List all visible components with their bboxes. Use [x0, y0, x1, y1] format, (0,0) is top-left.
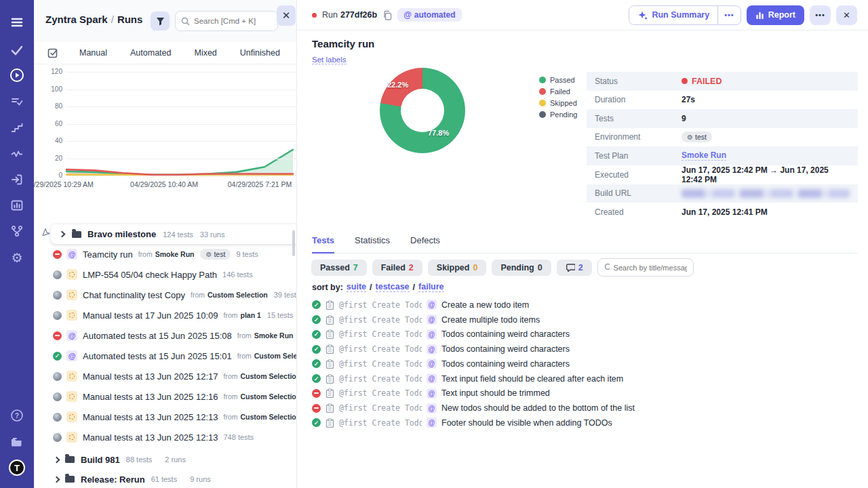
run-name[interactable]: Automated tests at 15 Jun 2025 15:01: [83, 351, 232, 361]
tab-unfinished[interactable]: Unfinished: [229, 48, 292, 58]
run-row[interactable]: @ Automated tests at 15 Jun 2025 15:08 f…: [34, 325, 297, 346]
test-title[interactable]: Footer should be visible when adding TOD…: [441, 418, 612, 428]
tests-search[interactable]: [597, 258, 694, 277]
test-plan-link[interactable]: Smoke Run: [682, 150, 726, 161]
test-title[interactable]: Text input should be trimmed: [441, 388, 550, 398]
tab-automated[interactable]: Automated: [119, 48, 182, 58]
run-row[interactable]: LMP-554 05/04 check Happy Path 146 tests: [34, 264, 297, 285]
tab-mixed[interactable]: Mixed: [182, 48, 228, 58]
sort-failure-link[interactable]: failure: [418, 282, 444, 292]
test-title[interactable]: Todos containing weird characters: [441, 344, 570, 354]
run-row[interactable]: Manual tests at 13 Jun 2025 12:13 fromCu…: [34, 407, 297, 427]
tests-search-input[interactable]: [614, 264, 687, 272]
filter-comments-pill[interactable]: 2: [557, 260, 592, 276]
settings-icon[interactable]: ⚙: [0, 246, 34, 269]
tab-statistics[interactable]: Statistics: [355, 235, 390, 253]
run-name[interactable]: Manual tests at 13 Jun 2025 12:17: [83, 371, 218, 382]
test-title[interactable]: New todos should be added to the bottom …: [441, 403, 635, 413]
test-row[interactable]: @first Create Todos...@Text input should…: [312, 386, 857, 401]
breadcrumb-project[interactable]: Zyntra Spark: [45, 14, 108, 25]
run-summary-button[interactable]: Run Summary: [629, 6, 717, 24]
chevron-right-icon[interactable]: [59, 231, 66, 238]
test-title[interactable]: Create multiple todo items: [441, 315, 540, 325]
reports-icon[interactable]: [0, 194, 34, 217]
run-row[interactable]: Manual tests at 13 Jun 2025 12:16 fromCu…: [34, 386, 297, 407]
run-name[interactable]: Automated tests at 15 Jun 2025 15:08: [83, 331, 232, 341]
panel-close-button[interactable]: ✕: [277, 5, 296, 26]
test-title[interactable]: Text input field should be cleared after…: [441, 374, 623, 384]
run-tests-count: 748 tests: [223, 433, 254, 441]
test-title[interactable]: Todos containing weird characters: [441, 359, 570, 369]
run-name[interactable]: Manual tests at 13 Jun 2025 12:16: [83, 392, 218, 402]
run-row[interactable]: @ Teamcity run fromSmoke Run ⚙test 9 tes…: [34, 244, 297, 264]
select-all-icon[interactable]: [47, 47, 58, 58]
run-row[interactable]: Chat functinality test Copy fromCustom S…: [34, 285, 297, 305]
activity-icon[interactable]: [0, 142, 34, 165]
chevron-right-icon[interactable]: [54, 476, 60, 483]
folder-row[interactable]: Release: Rerun 61 tests 9 runs: [34, 469, 297, 488]
run-group-header[interactable]: Bravo milestone 124 tests 33 runs: [51, 224, 297, 244]
filter-button[interactable]: [151, 12, 170, 30]
filter-pending-pill[interactable]: Pending0: [492, 260, 551, 276]
test-passed-icon: [312, 374, 321, 383]
run-name[interactable]: Chat functinality test Copy: [83, 290, 185, 300]
chevron-right-icon[interactable]: [54, 456, 60, 463]
sort-suite-link[interactable]: suite: [347, 282, 366, 292]
sort-testcase-link[interactable]: testcase: [376, 282, 410, 292]
run-name[interactable]: LMP-554 05/04 check Happy Path: [83, 270, 217, 280]
tab-tests[interactable]: Tests: [312, 235, 334, 253]
test-title[interactable]: Create a new todo item: [441, 300, 529, 310]
runs-search[interactable]: [175, 11, 278, 31]
copy-icon[interactable]: [382, 10, 392, 20]
test-row[interactable]: @first Create Todos...@Todos containing …: [312, 327, 857, 342]
runs-icon[interactable]: [0, 64, 34, 87]
run-row[interactable]: Manual tests at 13 Jun 2025 12:13 748 te…: [34, 427, 297, 447]
run-row[interactable]: @ Automated tests at 15 Jun 2025 15:01 f…: [34, 346, 297, 366]
detail-label: Executed: [595, 170, 682, 180]
group-name[interactable]: Bravo milestone: [87, 229, 156, 239]
test-row[interactable]: @first Create Todos...@Create multiple t…: [312, 312, 857, 327]
folder-row[interactable]: Build 981 88 tests 2 runs: [34, 449, 297, 470]
run-label: Run: [322, 10, 338, 20]
report-button[interactable]: Report: [747, 5, 804, 25]
import-icon[interactable]: [0, 168, 34, 191]
branch-icon[interactable]: [0, 220, 34, 243]
run-name[interactable]: Manual tests at 13 Jun 2025 12:13: [83, 432, 218, 443]
filter-passed-pill[interactable]: Passed7: [311, 260, 367, 276]
tab-defects[interactable]: Defects: [410, 235, 440, 253]
test-row[interactable]: @first Create Todos...@Todos containing …: [312, 342, 857, 357]
run-name[interactable]: Teamcity run: [83, 249, 133, 260]
filter-failed-pill[interactable]: Failed2: [372, 260, 422, 276]
scrollbar-thumb[interactable]: [292, 230, 295, 256]
test-row[interactable]: @first Create Todos...@Create a new todo…: [312, 298, 857, 312]
tab-groups[interactable]: Groups: [292, 48, 297, 58]
run-name[interactable]: Manual tests at 13 Jun 2025 12:13: [83, 412, 218, 422]
test-title[interactable]: Todos containing weird characters: [441, 329, 570, 339]
milestones-icon[interactable]: [0, 116, 34, 139]
pin-icon[interactable]: [41, 228, 50, 237]
help-icon[interactable]: ?: [0, 404, 34, 427]
tests-icon[interactable]: [0, 39, 34, 62]
test-row[interactable]: @first Create Todos...@Text input field …: [312, 371, 857, 386]
test-passed-icon: [312, 315, 321, 324]
folder-name[interactable]: Build 981: [81, 455, 120, 465]
set-labels-link[interactable]: Set labels: [312, 56, 347, 64]
more-actions-button[interactable]: •••: [810, 5, 831, 25]
test-row[interactable]: @first Create Todos...@Todos containing …: [312, 357, 857, 371]
run-summary-more-button[interactable]: •••: [717, 6, 741, 24]
run-row[interactable]: Manual tests at 17 Jun 2025 10:09 frompl…: [34, 305, 297, 325]
runs-search-input[interactable]: [194, 17, 269, 25]
menu-icon[interactable]: [0, 11, 34, 34]
folder-name[interactable]: Release: Rerun: [81, 474, 145, 485]
close-run-button[interactable]: ✕: [836, 5, 857, 25]
test-row[interactable]: @first Create Todos...@New todos should …: [312, 401, 857, 415]
plans-icon[interactable]: [0, 90, 34, 113]
run-row[interactable]: Manual tests at 13 Jun 2025 12:17 fromCu…: [34, 366, 297, 386]
profile-avatar[interactable]: T: [0, 456, 34, 479]
run-name[interactable]: Manual tests at 17 Jun 2025 10:09: [83, 310, 218, 321]
test-row[interactable]: @first Create Todos...@Footer should be …: [312, 415, 857, 430]
tab-manual[interactable]: Manual: [68, 48, 119, 58]
filter-skipped-pill[interactable]: Skipped0: [428, 260, 487, 276]
projects-icon[interactable]: [0, 430, 34, 453]
build-url-redacted[interactable]: [682, 189, 850, 198]
